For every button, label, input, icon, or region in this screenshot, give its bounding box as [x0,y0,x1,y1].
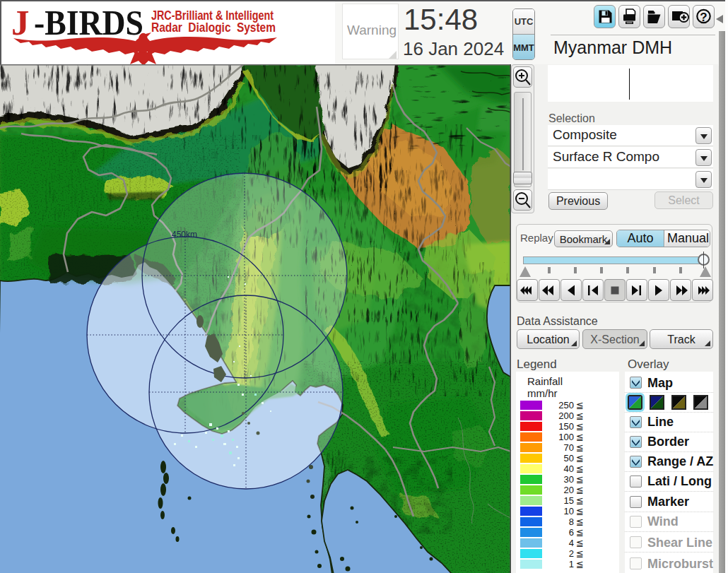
svg-text:-BIRDS: -BIRDS [34,3,143,42]
svg-text:J: J [11,3,30,42]
svg-text:?: ? [700,11,707,24]
svg-text:Radar Dialogic System: Radar Dialogic System [151,20,276,35]
svg-text:450km: 450km [172,230,197,240]
